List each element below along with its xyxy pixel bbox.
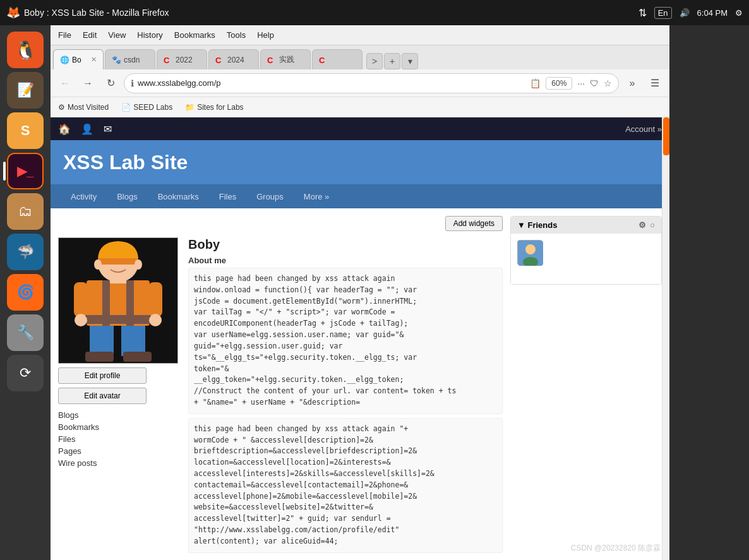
nav-bookmarks[interactable]: Bookmarks (148, 184, 209, 208)
svg-point-23 (525, 244, 536, 254)
bookmark-sites-for-labs[interactable]: 📁 Sites for Labs (183, 102, 246, 113)
tab-csdn[interactable]: 🐾 csdn (105, 49, 155, 69)
friends-gear-icon[interactable]: ⚙ (638, 220, 646, 230)
dock-tools[interactable]: 🔧 (7, 314, 44, 351)
system-bar: 🦊 Boby : XSS Lab Site - Mozilla Firefox … (0, 0, 749, 25)
more-icon[interactable]: ··· (577, 78, 585, 88)
profile-code-block2: this page had been changed by xss attack… (188, 418, 503, 553)
tab-2024[interactable]: C 2024 (208, 49, 259, 69)
extensions-btn[interactable]: » (623, 74, 642, 93)
edit-avatar-button[interactable]: Edit avatar (58, 388, 147, 404)
site-user-icon[interactable]: 👤 (81, 123, 93, 135)
dock-sublime[interactable]: S (7, 112, 44, 149)
forward-button[interactable]: → (78, 74, 97, 93)
browser-menubar: File Edit View History Bookmarks Tools H… (51, 25, 669, 45)
profile-name: Boby (188, 237, 503, 252)
url-icons: 📋 60% ··· 🛡 ☆ (530, 77, 612, 90)
watermark: CSDN @20232820 陈彦霖 (571, 543, 661, 554)
tab-title-2022: 2022 (176, 56, 200, 64)
security-icon: ℹ (131, 78, 134, 88)
nav-more[interactable]: More » (294, 184, 339, 208)
dock-terminal[interactable]: ▶_ (7, 153, 44, 189)
svg-rect-8 (87, 315, 150, 324)
profile-link-blogs[interactable]: Blogs (58, 410, 178, 420)
profile-avatar-image (58, 237, 178, 364)
menu-bookmarks[interactable]: Bookmarks (174, 30, 215, 40)
dock-files[interactable]: 🗂 (7, 193, 44, 230)
nav-groups[interactable]: Groups (246, 184, 294, 208)
new-tab-btn[interactable]: + (384, 53, 400, 69)
friends-widget: ▼ Friends ⚙ ○ (510, 216, 662, 285)
svg-point-17 (135, 259, 142, 270)
page-scrollbar[interactable] (662, 117, 669, 560)
menu-edit[interactable]: Edit (83, 30, 97, 40)
url-bar[interactable]: ℹ www.xsslabelgg.com/p 📋 60% ··· 🛡 ☆ (124, 73, 619, 93)
tab-favicon-2022: C (164, 56, 172, 64)
add-widgets-button[interactable]: Add widgets (445, 216, 503, 231)
dock-wireshark[interactable]: 🦈 (7, 234, 44, 270)
tab-title-active: Bo (72, 56, 87, 64)
reader-icon[interactable]: 📋 (530, 78, 541, 88)
friends-close-icon[interactable]: ○ (650, 220, 655, 230)
tab-dropdown-btn[interactable]: ▾ (402, 53, 418, 69)
profile-link-pages[interactable]: Pages (58, 446, 178, 456)
profile-link-files[interactable]: Files (58, 434, 178, 444)
profile-link-bookmarks[interactable]: Bookmarks (58, 422, 178, 432)
clock: 6:04 PM (697, 8, 728, 18)
account-link[interactable]: Account » (625, 124, 662, 134)
nav-files[interactable]: Files (209, 184, 246, 208)
tab-favicon-extra: C (319, 56, 328, 64)
volume-icon[interactable]: 🔊 (680, 8, 690, 18)
hamburger-btn[interactable]: ☰ (645, 74, 664, 93)
site-body: Add widgets (51, 208, 669, 560)
window-title: 🦊 Boby : XSS Lab Site - Mozilla Firefox (6, 6, 169, 20)
bookmarks-bar: ⚙ Most Visited 📄 SEED Labs 📁 Sites for L… (51, 97, 669, 117)
profile-link-wire[interactable]: Wire posts (58, 458, 178, 468)
dock-text-editor[interactable]: 📝 (7, 72, 44, 109)
nav-blogs[interactable]: Blogs (107, 184, 148, 208)
edit-profile-button[interactable]: Edit profile (58, 367, 147, 384)
tab-favicon-csdn: 🐾 (112, 56, 121, 64)
menu-view[interactable]: View (108, 30, 126, 40)
address-bar: ← → ↻ ℹ www.xsslabelgg.com/p 📋 60% ··· 🛡… (51, 69, 669, 97)
friend-avatar[interactable] (517, 240, 542, 265)
back-button[interactable]: ← (56, 74, 75, 93)
network-icon[interactable]: ⇅ (638, 7, 647, 19)
more-tabs-btn[interactable]: > (366, 53, 383, 69)
tab-2022[interactable]: C 2022 (157, 49, 207, 69)
language-badge[interactable]: En (654, 7, 672, 19)
bookmark-seed-labs[interactable]: 📄 SEED Labs (119, 102, 175, 113)
reload-button[interactable]: ↻ (101, 74, 120, 93)
bookmark-most-visited[interactable]: ⚙ Most Visited (56, 102, 111, 113)
menu-file[interactable]: File (58, 30, 71, 40)
zoom-badge[interactable]: 60% (546, 77, 572, 90)
friends-widget-header: ▼ Friends ⚙ ○ (511, 217, 661, 234)
svg-rect-18 (74, 282, 88, 317)
site-mail-icon[interactable]: ✉ (104, 123, 112, 135)
profile-card: Edit profile Edit avatar Blogs Bookmarks… (58, 237, 503, 553)
settings-icon[interactable]: ⚙ (735, 8, 743, 18)
tab-close-active[interactable]: ✕ (91, 56, 97, 64)
site-main: Add widgets (58, 216, 503, 552)
svg-rect-2 (121, 321, 145, 356)
nav-activity[interactable]: Activity (61, 184, 107, 208)
menu-tools[interactable]: Tools (227, 30, 246, 40)
dock-update[interactable]: ⟳ (7, 355, 44, 391)
url-text: www.xsslabelgg.com/p (138, 78, 526, 88)
menu-help[interactable]: Help (257, 30, 274, 40)
tab-favicon-shijian: C (267, 56, 276, 64)
menu-history[interactable]: History (137, 30, 162, 40)
scrollbar-thumb[interactable] (663, 117, 669, 155)
svg-rect-19 (148, 282, 162, 317)
tab-shijian[interactable]: C 实践 (260, 49, 311, 69)
bookmark-star-icon[interactable]: ☆ (604, 78, 612, 88)
svg-point-21 (149, 314, 162, 326)
firefox-logo: 🦊 (6, 6, 20, 20)
dock-firefox[interactable]: 🌀 (7, 274, 44, 311)
site-home-icon[interactable]: 🏠 (58, 123, 71, 135)
svg-rect-4 (123, 352, 152, 362)
shield-icon[interactable]: 🛡 (590, 78, 599, 88)
dock-ubuntu[interactable]: 🐧 (7, 32, 44, 68)
tab-active[interactable]: 🌐 Bo ✕ (53, 49, 104, 69)
tab-extra[interactable]: C (312, 49, 363, 69)
